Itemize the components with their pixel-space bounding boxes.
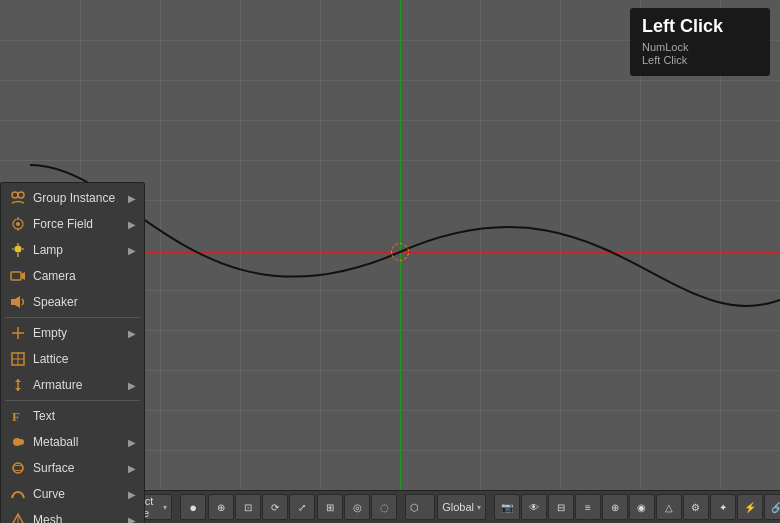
svg-point-1 bbox=[18, 192, 24, 198]
menu-item-lamp[interactable]: Lamp▶ bbox=[1, 237, 144, 263]
shrink-btn[interactable]: ◌ bbox=[371, 494, 397, 520]
armature-icon bbox=[9, 376, 27, 394]
pivot-select[interactable]: ⬡ bbox=[405, 494, 435, 520]
menu-item-curve[interactable]: Curve▶ bbox=[1, 481, 144, 507]
empty-label: Empty bbox=[33, 326, 124, 340]
empty-submenu-arrow: ▶ bbox=[128, 328, 136, 339]
svg-point-2 bbox=[16, 222, 20, 226]
lattice-icon bbox=[9, 350, 27, 368]
origin-circle bbox=[391, 243, 409, 261]
speaker-label: Speaker bbox=[33, 295, 136, 309]
mode-chevron: ▾ bbox=[163, 503, 167, 512]
svg-point-25 bbox=[18, 439, 24, 445]
proportional-btn[interactable]: ◎ bbox=[344, 494, 370, 520]
group-instance-label: Group Instance bbox=[33, 191, 124, 205]
lamp-icon bbox=[9, 241, 27, 259]
menu-item-force-field[interactable]: Force Field▶ bbox=[1, 211, 144, 237]
svg-rect-13 bbox=[11, 299, 15, 305]
view-btn[interactable]: 👁 bbox=[521, 494, 547, 520]
force-field-submenu-arrow: ▶ bbox=[128, 219, 136, 230]
mesh-submenu-arrow: ▶ bbox=[128, 515, 136, 524]
menu-divider bbox=[5, 400, 140, 401]
camera-icon bbox=[9, 267, 27, 285]
global-label: Global bbox=[442, 501, 474, 513]
curve-icon bbox=[9, 485, 27, 503]
rotate-btn[interactable]: ⟳ bbox=[262, 494, 288, 520]
force-field-label: Force Field bbox=[33, 217, 124, 231]
menu-item-camera[interactable]: Camera bbox=[1, 263, 144, 289]
mesh-label: Mesh bbox=[33, 513, 124, 523]
scale-btn[interactable]: ⊡ bbox=[235, 494, 261, 520]
tooltip-subtitle: NumLock bbox=[642, 41, 758, 53]
menu-item-group-instance[interactable]: Group Instance▶ bbox=[1, 185, 144, 211]
global-select[interactable]: Global ▾ bbox=[437, 494, 486, 520]
constraints-btn[interactable]: 🔗 bbox=[764, 494, 780, 520]
text-icon: F bbox=[9, 407, 27, 425]
snap-btn[interactable]: ⊞ bbox=[317, 494, 343, 520]
add-menu: Group Instance▶Force Field▶Lamp▶CameraSp… bbox=[0, 182, 145, 523]
text-label: Text bbox=[33, 409, 136, 423]
object-data-btn[interactable]: △ bbox=[656, 494, 682, 520]
filter-btn[interactable]: ⊟ bbox=[548, 494, 574, 520]
svg-marker-21 bbox=[15, 379, 21, 382]
translate-btn[interactable]: ⊕ bbox=[208, 494, 234, 520]
tooltip-action: Left Click bbox=[642, 54, 758, 66]
tooltip-box: Left Click NumLock Left Click bbox=[630, 8, 770, 76]
svg-rect-11 bbox=[11, 272, 21, 280]
modifier-btn[interactable]: ⚙ bbox=[683, 494, 709, 520]
group-instance-icon bbox=[9, 189, 27, 207]
lamp-label: Lamp bbox=[33, 243, 124, 257]
viewport-shading-btn[interactable]: ● bbox=[180, 494, 206, 520]
menu-item-metaball[interactable]: Metaball▶ bbox=[1, 429, 144, 455]
group-instance-submenu-arrow: ▶ bbox=[128, 193, 136, 204]
curve-label: Curve bbox=[33, 487, 124, 501]
surface-submenu-arrow: ▶ bbox=[128, 463, 136, 474]
surface-icon bbox=[9, 459, 27, 477]
force-field-icon bbox=[9, 215, 27, 233]
speaker-icon bbox=[9, 293, 27, 311]
camera-label: Camera bbox=[33, 269, 136, 283]
viewport-shading-group: ● bbox=[180, 494, 206, 520]
svg-point-0 bbox=[12, 192, 18, 198]
lattice-label: Lattice bbox=[33, 352, 136, 366]
menu-item-text[interactable]: FText bbox=[1, 403, 144, 429]
menu-item-empty[interactable]: Empty▶ bbox=[1, 320, 144, 346]
metaball-icon bbox=[9, 433, 27, 451]
menu-divider bbox=[5, 317, 140, 318]
menu-item-armature[interactable]: Armature▶ bbox=[1, 372, 144, 398]
lamp-submenu-arrow: ▶ bbox=[128, 245, 136, 256]
global-chevron: ▾ bbox=[477, 503, 481, 512]
svg-point-26 bbox=[13, 463, 23, 473]
armature-label: Armature bbox=[33, 378, 124, 392]
transform-btn[interactable]: ⤢ bbox=[289, 494, 315, 520]
right-icons: 📷 👁 ⊟ ≡ ⊕ ◉ △ ⚙ ✦ ⚡ 🔗 ◻ bbox=[494, 494, 780, 520]
mesh-icon bbox=[9, 511, 27, 523]
menu-item-surface[interactable]: Surface▶ bbox=[1, 455, 144, 481]
metaball-label: Metaball bbox=[33, 435, 124, 449]
render-btn[interactable]: 📷 bbox=[494, 494, 520, 520]
curve-submenu-arrow: ▶ bbox=[128, 489, 136, 500]
particles-btn[interactable]: ✦ bbox=[710, 494, 736, 520]
scene-btn[interactable]: ⊕ bbox=[602, 494, 628, 520]
armature-submenu-arrow: ▶ bbox=[128, 380, 136, 391]
layers-btn[interactable]: ≡ bbox=[575, 494, 601, 520]
tooltip-title: Left Click bbox=[642, 16, 758, 37]
metaball-submenu-arrow: ▶ bbox=[128, 437, 136, 448]
svg-marker-14 bbox=[15, 296, 20, 308]
svg-text:F: F bbox=[12, 409, 20, 424]
transform-group: ⊕ ⊡ ⟳ ⤢ bbox=[208, 494, 315, 520]
empty-icon bbox=[9, 324, 27, 342]
menu-item-lattice[interactable]: Lattice bbox=[1, 346, 144, 372]
menu-item-mesh[interactable]: Mesh▶ bbox=[1, 507, 144, 523]
menu-item-speaker[interactable]: Speaker bbox=[1, 289, 144, 315]
svg-marker-22 bbox=[15, 388, 21, 391]
snap-group: ⊞ ◎ ◌ bbox=[317, 494, 397, 520]
surface-label: Surface bbox=[33, 461, 124, 475]
physics-btn[interactable]: ⚡ bbox=[737, 494, 763, 520]
world-btn[interactable]: ◉ bbox=[629, 494, 655, 520]
svg-point-6 bbox=[15, 246, 22, 253]
svg-point-27 bbox=[13, 466, 23, 471]
